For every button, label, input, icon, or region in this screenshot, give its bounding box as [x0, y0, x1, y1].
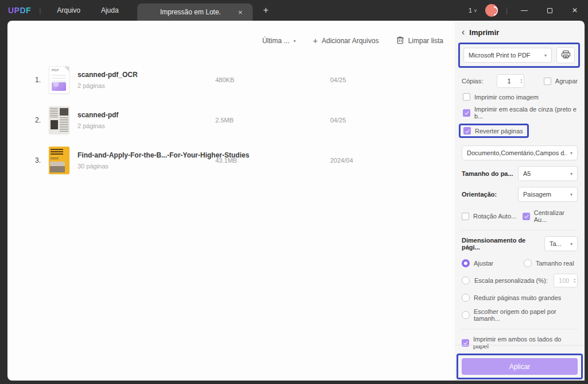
plus-icon: + [313, 36, 318, 45]
caret-down-icon: ▾ [570, 151, 572, 156]
file-name: scanned-pdf [78, 111, 215, 119]
page-fold [64, 67, 69, 71]
list-toolbar: Última ... ▾ + Adicionar Arquivos Limpar… [262, 36, 443, 46]
radio-icon [524, 259, 532, 267]
file-list: 1. PDF scanned-pdf_OCR 2 páginas 480KB 0… [7, 60, 455, 181]
caret-down-icon[interactable]: ▾ [574, 281, 575, 283]
panel-title: Imprimir [469, 28, 499, 37]
print-content-select[interactable]: Documento,Comentário,Campos d... ▾ [462, 145, 578, 160]
print-as-image-checkbox[interactable]: Imprimir como imagem [463, 93, 578, 101]
close-button[interactable]: ✕ [566, 3, 583, 18]
menu-ajuda[interactable]: Ajuda [91, 3, 129, 18]
radio-icon [462, 311, 470, 319]
new-tab-icon[interactable]: + [263, 5, 268, 16]
checkbox-checked-icon [463, 127, 471, 135]
collate-checkbox[interactable]: Agrupar [544, 78, 578, 85]
checkbox-checked-icon [463, 109, 470, 117]
file-size: 480KB [215, 76, 330, 83]
checkbox-icon [463, 93, 470, 101]
menu-arquivo[interactable]: Arquivo [47, 3, 91, 18]
copies-label: Cópias: [462, 78, 483, 85]
sort-dropdown[interactable]: Última ... ▾ [262, 37, 296, 45]
apply-highlight-box: Aplicar [457, 354, 583, 379]
back-chevron-icon[interactable]: ‹ [462, 28, 465, 37]
stepper-arrows[interactable]: ▴ ▾ [521, 78, 524, 84]
checkbox-icon [462, 213, 469, 220]
paper-size-label: Tamanho do pa... [462, 170, 518, 177]
file-size: 2.5MB [215, 117, 330, 124]
updf-logo: UPDF [8, 6, 31, 15]
app-window: UPDF | Arquivo Ajuda Impressão em Lote. … [0, 0, 588, 384]
file-date: 04/25 [330, 76, 455, 83]
checkbox-checked-icon [523, 213, 530, 220]
print-settings-panel: ‹ Imprimir Microsoft Print to PDF ▾ [455, 21, 585, 381]
book-cover-thumbnail [49, 147, 69, 174]
printer-select[interactable]: Microsoft Print to PDF ▾ [463, 48, 552, 63]
file-pages: 2 páginas [78, 122, 215, 129]
caret-down-icon: ▾ [570, 171, 572, 176]
titlebar-divider: | [506, 6, 508, 14]
panel-footer: Aplicar [455, 345, 585, 381]
file-name: Find-and-Apply-For-the-B...-For-Your-Hig… [78, 151, 215, 159]
paper-source-radio[interactable]: Escolher origem do papel por tamanh... [462, 308, 578, 322]
auto-rotate-checkbox[interactable]: Rotação Auto... [462, 213, 523, 220]
file-size: 43.1MB [215, 157, 330, 164]
file-date: 04/25 [330, 117, 455, 124]
divider [462, 230, 578, 231]
tab-batch-print[interactable]: Impressão em Lote. × [137, 3, 253, 21]
paper-size-select[interactable]: A5 ▾ [518, 166, 578, 181]
caret-down-icon: ▾ [544, 53, 547, 58]
apply-button[interactable]: Aplicar [462, 358, 578, 375]
maximize-icon [547, 8, 552, 13]
page-sizing-select[interactable]: Ta... ▾ [544, 236, 578, 251]
orientation-label: Orientação: [462, 191, 518, 198]
divider [462, 329, 578, 329]
menu-separator: | [39, 6, 41, 14]
clear-list-button[interactable]: Limpar lista [396, 36, 443, 46]
reverse-pages-checkbox[interactable]: Reverter páginas [459, 124, 529, 138]
actual-size-radio[interactable]: Tamanho real [524, 259, 574, 267]
file-index: 3. [7, 156, 49, 164]
titlebar: UPDF | Arquivo Ajuda Impressão em Lote. … [0, 0, 588, 21]
copies-stepper[interactable]: 1 ▴ ▾ [497, 74, 524, 88]
file-date: 2024/04 [330, 157, 455, 164]
radio-selected-icon [462, 259, 470, 267]
radio-icon [462, 277, 470, 285]
printer-icon [561, 50, 571, 60]
pdf-thumbnail: PDF [49, 66, 69, 94]
caret-down-icon: ▾ [293, 39, 296, 44]
custom-scale-stepper[interactable]: 100 ▴ ▾ [554, 274, 578, 287]
auto-center-checkbox[interactable]: Centralizar Au... [523, 209, 578, 223]
trash-icon [396, 36, 404, 46]
minimize-button[interactable]: — [516, 3, 533, 18]
window-count-dropdown[interactable]: 1 ∨ [469, 7, 477, 14]
printer-highlight-box: Microsoft Print to PDF ▾ [458, 43, 580, 68]
shrink-large-radio[interactable]: Reduzir páginas muito grandes [462, 294, 578, 302]
file-row[interactable]: 2. scanned-pdf 2 páginas 2.5MB 04/25 [7, 100, 455, 140]
file-name: scanned-pdf_OCR [78, 71, 215, 79]
file-index: 2. [7, 116, 49, 124]
grayscale-checkbox[interactable]: Imprimir em escala de cinza (preto e b..… [463, 106, 578, 120]
chevron-down-icon: ∨ [474, 8, 477, 13]
file-pages: 2 páginas [78, 82, 215, 89]
file-list-area: Última ... ▾ + Adicionar Arquivos Limpar… [7, 21, 455, 381]
scanned-doc-thumbnail [49, 106, 69, 134]
tab-close-icon[interactable]: × [236, 8, 245, 17]
stepper-arrows[interactable]: ▴ ▾ [574, 278, 577, 283]
fit-radio[interactable]: Ajustar [462, 259, 524, 267]
caret-down-icon: ▾ [570, 241, 572, 247]
file-row[interactable]: 1. PDF scanned-pdf_OCR 2 páginas 480KB 0… [7, 60, 455, 100]
file-row[interactable]: 3. Find-and-Apply-For-the-B...-For-Your-… [7, 140, 455, 181]
printer-properties-button[interactable] [556, 47, 575, 63]
maximize-button[interactable] [541, 3, 558, 18]
avatar[interactable] [485, 4, 498, 17]
file-index: 1. [7, 76, 49, 84]
custom-scale-row: Escala personalizada (%): 100 ▴ ▾ [462, 274, 578, 287]
file-pages: 30 páginas [78, 163, 215, 170]
add-files-button[interactable]: + Adicionar Arquivos [313, 36, 379, 45]
caret-down-icon: ▾ [570, 192, 572, 197]
checkbox-icon [544, 78, 551, 85]
custom-scale-radio[interactable]: Escala personalizada (%): [462, 277, 548, 285]
orientation-select[interactable]: Paisagem ▾ [518, 187, 578, 202]
caret-down-icon[interactable]: ▾ [521, 81, 523, 84]
